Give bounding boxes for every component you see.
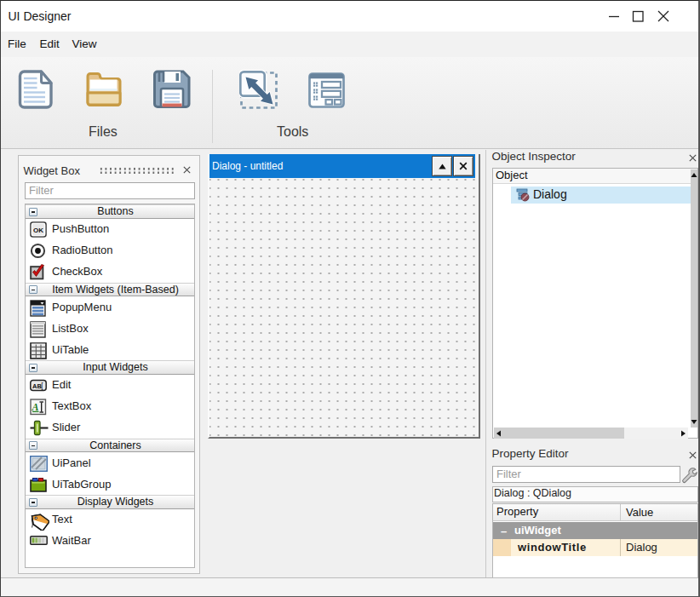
svg-text:A: A xyxy=(31,401,38,413)
svg-text:OK: OK xyxy=(33,227,43,234)
